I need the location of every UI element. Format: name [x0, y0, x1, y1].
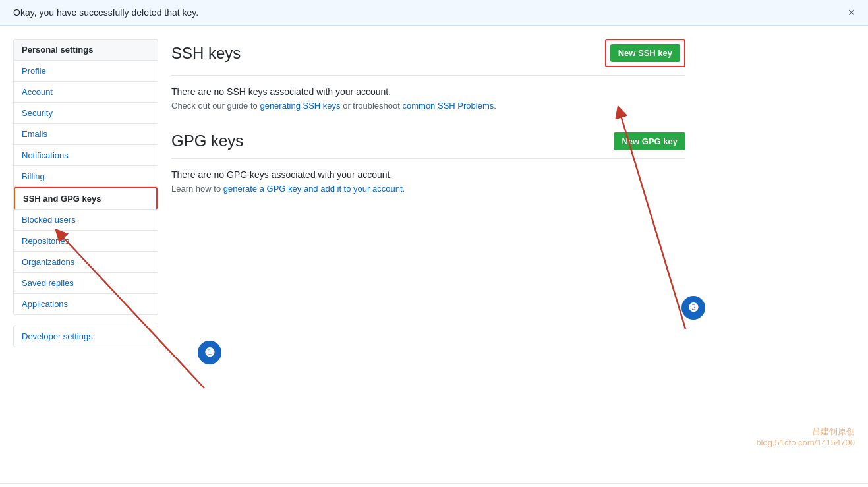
sidebar-item-applications[interactable]: Applications [14, 294, 158, 314]
gpg-empty-text: There are no GPG keys associated with yo… [171, 169, 685, 180]
notification-banner: Okay, you have successfully deleted that… [0, 0, 868, 26]
ssh-guide-middle: or troubleshoot [341, 101, 403, 111]
sidebar-item-profile[interactable]: Profile [14, 61, 158, 82]
banner-message: Okay, you have successfully deleted that… [13, 7, 198, 18]
developer-settings-link[interactable]: Developer settings [13, 326, 158, 347]
footer: © 2019 GitHub, Inc. Terms Privacy Securi… [0, 483, 868, 487]
new-ssh-key-box: New SSH key [605, 39, 685, 67]
sidebar-title: Personal settings [13, 39, 158, 61]
sidebar-item-organizations[interactable]: Organizations [14, 252, 158, 273]
gpg-section-header: GPG keys New GPG key [171, 132, 685, 159]
sidebar-nav: Profile Account Security Emails Notifica… [13, 61, 158, 315]
sidebar-item-saved-replies[interactable]: Saved replies [14, 273, 158, 294]
common-ssh-problems-link[interactable]: common SSH Problems [403, 101, 494, 111]
sidebar-item-account[interactable]: Account [14, 82, 158, 103]
sidebar-item-notifications[interactable]: Notifications [14, 145, 158, 166]
main-content: SSH keys New SSH key There are no SSH ke… [171, 39, 685, 470]
ssh-guide-text: Check out our guide to generating SSH ke… [171, 101, 685, 111]
sidebar-item-security[interactable]: Security [14, 103, 158, 124]
ssh-section-title: SSH keys [171, 44, 241, 63]
ssh-guide-suffix: . [494, 101, 496, 111]
watermark: 吕建钊原创 blog.51cto.com/14154700 [756, 426, 855, 447]
watermark-line1: 吕建钊原创 [756, 426, 855, 438]
gpg-guide-suffix: . [403, 184, 405, 194]
sidebar: Personal settings Profile Account Securi… [13, 39, 158, 470]
sidebar-item-ssh-gpg[interactable]: SSH and GPG keys [14, 187, 158, 210]
sidebar-item-blocked[interactable]: Blocked users [14, 210, 158, 231]
generate-gpg-key-link[interactable]: generate a GPG key and add it to your ac… [223, 184, 403, 194]
annotation-badge-2: ❷ [681, 296, 705, 320]
banner-close-button[interactable]: × [848, 7, 855, 18]
ssh-keys-section: SSH keys New SSH key There are no SSH ke… [171, 39, 685, 111]
ssh-section-header: SSH keys New SSH key [171, 39, 685, 76]
watermark-line2: blog.51cto.com/14154700 [756, 438, 855, 447]
new-ssh-key-button[interactable]: New SSH key [610, 44, 680, 62]
sidebar-item-repositories[interactable]: Repositories [14, 231, 158, 252]
ssh-guide-prefix: Check out our guide to [171, 101, 260, 111]
gpg-guide-prefix: Learn how to [171, 184, 223, 194]
gpg-section-title: GPG keys [171, 132, 243, 150]
gpg-guide-text: Learn how to generate a GPG key and add … [171, 184, 685, 194]
sidebar-item-billing[interactable]: Billing [14, 166, 158, 187]
generating-ssh-keys-link[interactable]: generating SSH keys [260, 101, 340, 111]
sidebar-item-emails[interactable]: Emails [14, 124, 158, 145]
ssh-empty-text: There are no SSH keys associated with yo… [171, 86, 685, 97]
new-gpg-key-button[interactable]: New GPG key [614, 132, 685, 150]
gpg-keys-section: GPG keys New GPG key There are no GPG ke… [171, 132, 685, 194]
annotation-badge-1: ❶ [198, 341, 221, 364]
